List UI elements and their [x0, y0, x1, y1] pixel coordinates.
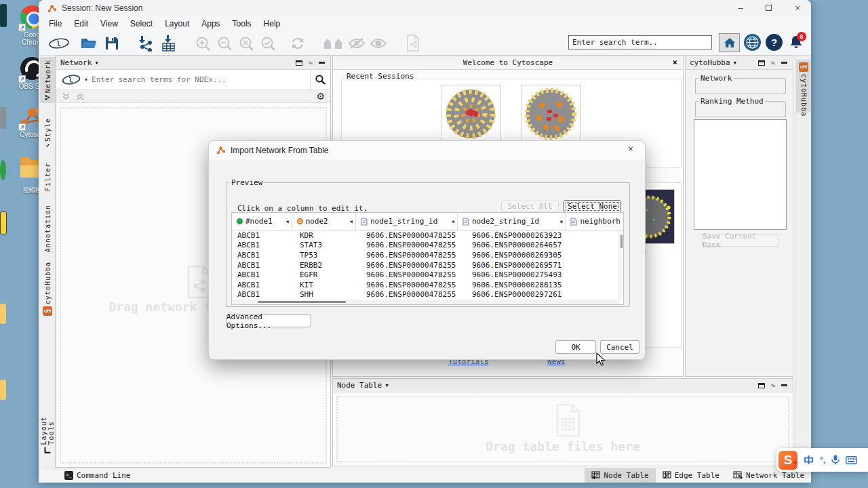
- minimize-button[interactable]: –: [729, 0, 752, 16]
- import-network-button[interactable]: [135, 34, 155, 53]
- zoom-out-button[interactable]: [215, 34, 234, 53]
- column-header-node2[interactable]: node2 ◀: [292, 213, 356, 230]
- tab-annotation[interactable]: Annotation: [40, 202, 55, 251]
- gear-icon[interactable]: ⚙: [316, 91, 325, 102]
- menu-tools[interactable]: Tools: [226, 17, 258, 30]
- toolbar-search-input[interactable]: [568, 35, 712, 49]
- ndex-search-input[interactable]: [92, 75, 310, 84]
- table-vertical-scrollbar[interactable]: [618, 230, 623, 300]
- save-current-rank-button[interactable]: Save Current Rank: [702, 235, 779, 247]
- tab-cytohubba-left[interactable]: cytoHubba cH: [40, 259, 55, 309]
- menu-apps[interactable]: Apps: [195, 17, 226, 30]
- advanced-options-button[interactable]: Advanced Options...: [226, 314, 311, 327]
- maximize-button[interactable]: [757, 0, 780, 16]
- pin-icon[interactable]: ✎: [770, 58, 776, 66]
- ndex-source-caret-icon[interactable]: ▾: [85, 77, 87, 83]
- import-table-button[interactable]: [158, 34, 178, 53]
- tab-node-table[interactable]: Node Table: [585, 468, 655, 483]
- tab-filter[interactable]: Filter: [40, 160, 55, 194]
- column-header-node2-string-id[interactable]: node2_string_id ◀: [458, 213, 566, 230]
- node-table-title[interactable]: Node Table: [337, 381, 382, 390]
- sogou-logo-icon[interactable]: S: [778, 451, 797, 470]
- network-file-icon: [184, 266, 212, 298]
- select-all-button[interactable]: Select All: [501, 201, 559, 212]
- column-header-neighborhood[interactable]: neighborh: [566, 213, 623, 230]
- tab-style[interactable]: Style: [40, 115, 55, 150]
- close-button[interactable]: ×: [786, 0, 809, 16]
- zoom-fit-button[interactable]: [237, 34, 256, 53]
- cytohubba-panel-header: cytoHubba ▾ ✎: [686, 56, 793, 70]
- minimize-panel-icon[interactable]: [781, 62, 787, 64]
- menu-view[interactable]: View: [94, 17, 124, 30]
- ndex-search-button[interactable]: [310, 70, 330, 90]
- float-window-icon[interactable]: [758, 60, 765, 66]
- caret-down-icon[interactable]: ▾: [384, 381, 389, 390]
- zoom-in-button[interactable]: [193, 34, 212, 53]
- collapse-all-icon[interactable]: [62, 93, 71, 100]
- recent-session-thumbnail[interactable]: [441, 85, 501, 143]
- pin-icon[interactable]: ✎: [308, 58, 314, 66]
- cancel-button[interactable]: Cancel: [600, 340, 639, 354]
- minimize-panel-icon[interactable]: [319, 62, 325, 64]
- network-from-selection-button[interactable]: [402, 34, 424, 53]
- language-mode-icon[interactable]: [804, 455, 814, 465]
- edge-fragment-icon: [0, 211, 7, 235]
- menu-select[interactable]: Select: [124, 17, 159, 30]
- network-table-icon: [733, 471, 743, 479]
- minimize-panel-icon[interactable]: [781, 384, 787, 386]
- command-line-label[interactable]: Command Line: [77, 471, 130, 480]
- column-header-node1[interactable]: #node1 ◀: [232, 213, 292, 230]
- column-header-node1-string-id[interactable]: node1_string_id ◀: [356, 213, 458, 230]
- hide-selected-button[interactable]: [347, 34, 367, 53]
- menu-help[interactable]: Help: [258, 17, 287, 30]
- punctuation-mode-icon[interactable]: °,: [820, 455, 825, 465]
- zoom-selected-button[interactable]: [258, 34, 277, 53]
- column-menu-icon[interactable]: ◀: [350, 219, 353, 224]
- table-horizontal-scrollbar[interactable]: [232, 300, 620, 304]
- welcome-close-icon[interactable]: ×: [673, 58, 677, 67]
- ndex-logo-icon[interactable]: [62, 74, 82, 85]
- microphone-icon[interactable]: [831, 455, 840, 465]
- cytoscape-logo-icon[interactable]: [47, 34, 71, 53]
- float-window-icon[interactable]: [758, 383, 765, 388]
- pin-icon[interactable]: ✎: [770, 381, 776, 389]
- tab-network[interactable]: Network: [40, 57, 55, 103]
- home-button[interactable]: [719, 33, 740, 52]
- hubba-result-list[interactable]: [694, 119, 787, 230]
- first-neighbors-button[interactable]: [322, 34, 345, 53]
- tab-edge-table[interactable]: Edge Table: [656, 468, 726, 483]
- menu-file[interactable]: File: [43, 17, 68, 30]
- ndex-globe-button[interactable]: [744, 34, 761, 51]
- shortcut-arrow-icon: ↗: [18, 75, 26, 83]
- hubba-network-group: Network: [695, 74, 786, 94]
- recent-session-thumbnail[interactable]: [521, 85, 581, 143]
- float-window-icon[interactable]: [296, 60, 302, 66]
- caret-down-icon[interactable]: ▾: [733, 58, 738, 67]
- table-drop-zone[interactable]: Drag table files here: [336, 396, 789, 462]
- show-all-button[interactable]: [368, 34, 389, 53]
- column-menu-icon[interactable]: ◀: [559, 219, 562, 224]
- caret-down-icon[interactable]: ▾: [94, 58, 99, 67]
- network-panel-title[interactable]: Network: [60, 58, 92, 67]
- notifications-button[interactable]: 8: [786, 34, 806, 53]
- column-menu-icon[interactable]: ◀: [285, 219, 288, 224]
- tab-cytohubba-right[interactable]: cH cytoHubba: [796, 60, 811, 113]
- cytohubba-panel-title[interactable]: cytoHubba: [690, 58, 730, 67]
- column-menu-icon[interactable]: ◀: [452, 219, 454, 224]
- source-node-icon: [237, 218, 243, 224]
- keyboard-icon[interactable]: [846, 456, 857, 464]
- edge-fragment-icon: [0, 160, 6, 180]
- save-session-button[interactable]: [102, 34, 121, 53]
- ok-button[interactable]: OK: [555, 340, 596, 354]
- tab-layout-tools[interactable]: Layout Tools: [40, 392, 55, 457]
- select-none-button[interactable]: Select None: [564, 200, 621, 213]
- terminal-icon: >_: [64, 471, 73, 480]
- help-button[interactable]: ?: [766, 34, 783, 51]
- update-network-button[interactable]: [288, 34, 307, 53]
- expand-all-icon[interactable]: [76, 93, 85, 100]
- mouse-cursor: [596, 352, 606, 366]
- dialog-close-icon[interactable]: ×: [622, 144, 639, 157]
- open-session-button[interactable]: [79, 34, 98, 53]
- menu-layout[interactable]: Layout: [159, 17, 195, 30]
- menu-edit[interactable]: Edit: [68, 17, 94, 30]
